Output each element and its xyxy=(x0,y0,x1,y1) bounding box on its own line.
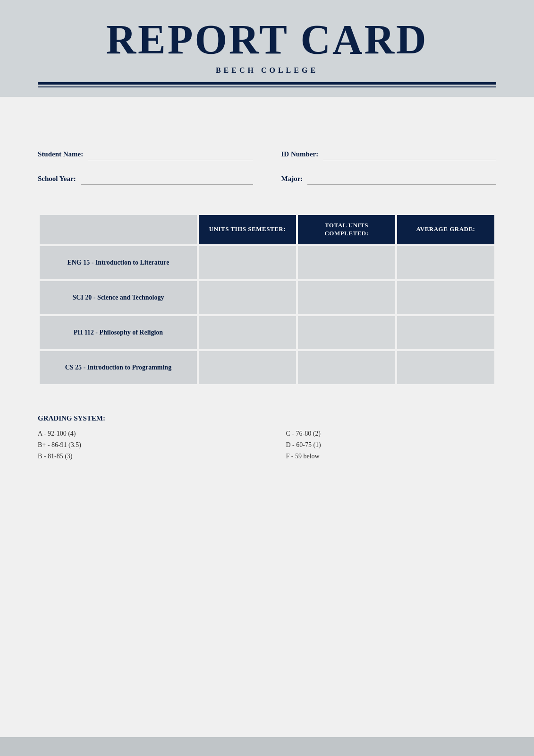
info-row-2: School Year: Major: xyxy=(38,173,496,185)
table-row: PH 112 - Philosophy of Religion xyxy=(40,316,494,349)
school-year-field: School Year: xyxy=(38,173,253,185)
student-name-field: Student Name: xyxy=(38,149,253,160)
units-cell-0 xyxy=(199,246,296,279)
grading-item-left-2: B - 81-85 (3) xyxy=(38,453,248,460)
grading-item-right-2: F - 59 below xyxy=(286,453,497,460)
course-name-cell-3: CS 25 - Introduction to Programming xyxy=(40,351,197,384)
table-header-course xyxy=(40,215,197,244)
main-content: Student Name: ID Number: School Year: Ma… xyxy=(0,97,534,737)
total-units-cell-3 xyxy=(298,351,395,384)
course-name-cell-0: ENG 15 - Introduction to Literature xyxy=(40,246,197,279)
avg-grade-cell-3 xyxy=(397,351,494,384)
student-info-section: Student Name: ID Number: School Year: Ma… xyxy=(38,149,496,185)
info-row-1: Student Name: ID Number: xyxy=(38,149,496,160)
id-number-line xyxy=(323,149,496,160)
units-cell-1 xyxy=(199,281,296,314)
student-name-line xyxy=(88,149,253,160)
course-name-cell-1: SCI 20 - Science and Technology xyxy=(40,281,197,314)
grading-item-left-0: A - 92-100 (4) xyxy=(38,430,248,438)
page-title: REPORT CARD xyxy=(38,19,496,60)
table-header-avg-grade: AVERAGE GRADE: xyxy=(397,215,494,244)
major-line xyxy=(307,173,496,185)
school-year-line xyxy=(81,173,253,185)
units-cell-3 xyxy=(199,351,296,384)
grading-item-right-1: D - 60-75 (1) xyxy=(286,441,497,449)
footer-bar xyxy=(0,737,534,756)
major-field: Major: xyxy=(281,173,497,185)
table-row: ENG 15 - Introduction to Literature xyxy=(40,246,494,279)
avg-grade-cell-1 xyxy=(397,281,494,314)
grading-item-right-0: C - 76-80 (2) xyxy=(286,430,497,438)
grading-item-left-1: B+ - 86-91 (3.5) xyxy=(38,441,248,449)
course-name-cell-2: PH 112 - Philosophy of Religion xyxy=(40,316,197,349)
student-name-label: Student Name: xyxy=(38,150,83,160)
table-header-total-units: TOTAL UNITS COMPLETED: xyxy=(298,215,395,244)
school-year-label: School Year: xyxy=(38,175,76,185)
header-divider xyxy=(38,82,496,87)
units-cell-2 xyxy=(199,316,296,349)
total-units-cell-0 xyxy=(298,246,395,279)
avg-grade-cell-0 xyxy=(397,246,494,279)
divider-thin xyxy=(38,86,496,87)
id-number-label: ID Number: xyxy=(281,150,319,160)
college-name: BEECH COLLEGE xyxy=(38,66,496,75)
grading-grid: A - 92-100 (4)C - 76-80 (2)B+ - 86-91 (3… xyxy=(38,430,496,460)
grading-title: GRADING SYSTEM: xyxy=(38,414,496,422)
grading-section: GRADING SYSTEM: A - 92-100 (4)C - 76-80 … xyxy=(38,414,496,460)
id-number-field: ID Number: xyxy=(281,149,497,160)
avg-grade-cell-2 xyxy=(397,316,494,349)
total-units-cell-1 xyxy=(298,281,395,314)
grades-table: UNITS THIS SEMESTER: TOTAL UNITS COMPLET… xyxy=(38,213,496,386)
header: REPORT CARD BEECH COLLEGE xyxy=(0,0,534,97)
table-row: SCI 20 - Science and Technology xyxy=(40,281,494,314)
table-header-units-semester: UNITS THIS SEMESTER: xyxy=(199,215,296,244)
divider-thick xyxy=(38,82,496,85)
table-row: CS 25 - Introduction to Programming xyxy=(40,351,494,384)
major-label: Major: xyxy=(281,175,303,185)
total-units-cell-2 xyxy=(298,316,395,349)
